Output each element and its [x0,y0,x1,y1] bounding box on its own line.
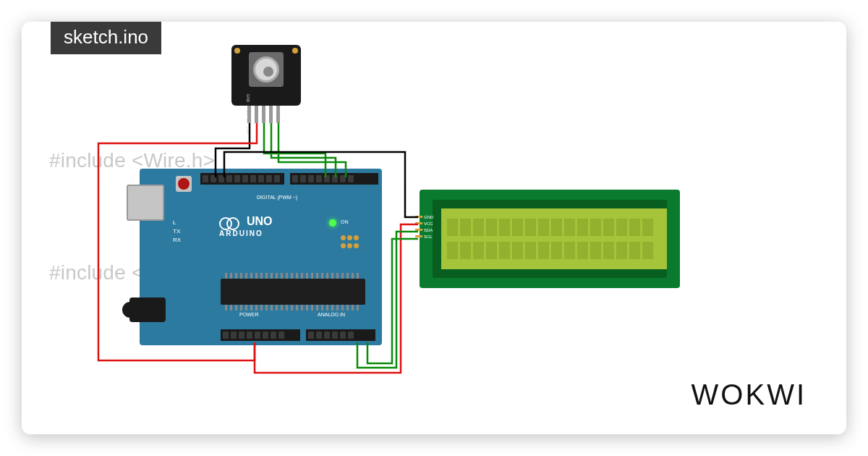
lcd-pin-label: SCL [424,234,433,240]
tx-led-label: TX [173,228,180,235]
analog-header [306,329,375,341]
arduino-brand: ARDUINO [219,229,272,237]
arduino-logo: UNO ARDUINO [219,215,272,237]
project-card: sketch.ino #include <Wire.h> #include <L… [22,22,846,434]
encoder-pin [247,106,251,123]
l-led-label: L [173,219,176,226]
rx-led-label: RX [173,237,181,243]
lcd-pin-label: SDA [424,227,433,234]
lcd-row [447,242,661,259]
encoder-pin [276,106,280,123]
arduino-model: UNO [247,215,273,227]
lcd-1602[interactable]: GND VCC SDA SCL [420,190,680,288]
power-jack [129,297,166,322]
on-label: ON [341,219,349,224]
file-tab[interactable]: sketch.ino [51,22,161,54]
filename: sketch.ino [64,26,148,48]
digital-label: DIGITAL (PWM ~) [257,195,297,200]
icsp-header [341,235,362,250]
lcd-row [447,219,661,236]
encoder-pin [262,106,265,123]
circuit-canvas[interactable]: GND + SW DT CLK [22,22,846,434]
encoder-body: GND + SW DT CLK [231,45,301,106]
rotary-encoder[interactable]: GND + SW DT CLK [231,45,301,132]
lcd-i2c-pins [415,216,422,237]
reset-button[interactable] [176,176,192,192]
arduino-rings-icon [219,217,241,227]
mount-hole [234,48,240,54]
lcd-pin-label: VCC [424,221,433,227]
power-header [221,329,300,341]
wokwi-logo: WOKWI [692,379,807,411]
encoder-knob[interactable] [253,56,279,83]
usb-port [127,185,164,221]
digital-header-left [200,173,284,185]
lcd-pin-labels: GND VCC SDA SCL [424,214,433,240]
encoder-pin-label: CLK [246,127,250,134]
atmega-chip [221,279,365,305]
analog-label: ANALOG IN [318,312,345,317]
encoder-pin [255,106,258,123]
on-led [329,219,336,227]
lcd-screen [441,208,667,269]
encoder-pin [269,106,273,123]
power-label: POWER [239,312,258,317]
encoder-pins [247,106,280,123]
lcd-pin-label: GND [424,214,433,221]
digital-header-right [290,173,378,185]
mount-hole [292,48,298,54]
encoder-pin-label: GND [246,94,250,102]
arduino-uno[interactable]: UNO ARDUINO DIGITAL (PWM ~) ON POWER ANA… [127,156,394,358]
